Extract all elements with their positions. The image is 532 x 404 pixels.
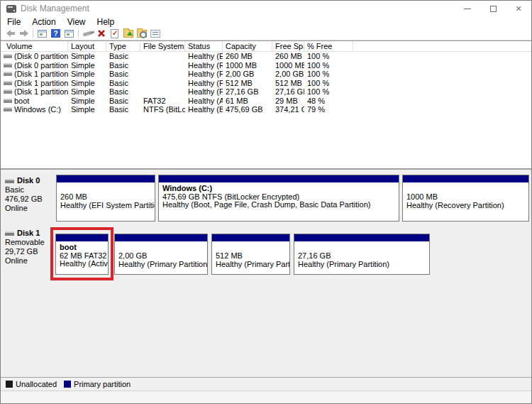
partition-efi-system[interactable]: 260 MB Healthy (EFI System Partition)	[56, 175, 155, 222]
mark-active-icon	[111, 29, 118, 38]
menu-file[interactable]: File	[1, 16, 26, 27]
properties-button[interactable]	[148, 28, 162, 40]
volume-icon	[4, 81, 12, 85]
volume-icon	[4, 54, 12, 58]
disk-graph-pane: Disk 0 Basic 476,92 GB Online 260 MB Hea…	[1, 173, 531, 377]
partition-disk1-3[interactable]: 512 MB Healthy (Primary Partition)	[211, 234, 290, 275]
back-button[interactable]	[4, 28, 17, 40]
explore-icon	[137, 30, 147, 38]
volume-icon	[4, 63, 12, 67]
help-icon: ?	[51, 29, 60, 38]
column-header-file-system[interactable]: File System	[140, 41, 185, 51]
column-header-type[interactable]: Type	[106, 41, 140, 51]
show-console-tree-icon	[38, 30, 47, 38]
column-header-filler	[353, 41, 531, 51]
primary-partition-label: Primary partition	[74, 380, 131, 388]
status-bar	[1, 391, 531, 403]
disk-1-kind: Removable	[5, 238, 55, 247]
legend-bar: Unallocated Primary partition	[1, 377, 531, 391]
table-row[interactable]: (Disk 0 partition 1)SimpleBasicHealthy (…	[1, 52, 531, 61]
disk-icon	[5, 179, 14, 183]
partition-color-bar	[56, 234, 108, 241]
table-row[interactable]: (Disk 1 partition 4)SimpleBasicHealthy (…	[1, 87, 531, 97]
help-button[interactable]: ?	[49, 28, 62, 40]
forward-button[interactable]	[17, 28, 31, 40]
toolbar-separator	[33, 29, 33, 38]
back-icon	[6, 29, 16, 38]
partition-color-bar	[212, 234, 289, 241]
delete-volume-icon	[97, 29, 106, 38]
disk-0-size: 476,92 GB	[5, 195, 55, 204]
disk-management-window: { "window": { "title": "Disk Management"…	[0, 0, 532, 404]
highlight-box: boot 62 MB FAT32 Healthy (Active, Primar…	[50, 227, 113, 280]
column-header-volume[interactable]: Volume	[1, 41, 68, 51]
table-row[interactable]: (Disk 1 partition 2)SimpleBasicHealthy (…	[1, 70, 531, 79]
column-header-layout[interactable]: Layout	[68, 41, 106, 51]
volume-icon	[4, 99, 12, 103]
change-drive-letter-button[interactable]	[121, 28, 135, 40]
disk-1-row: Disk 1 Removable 29,72 GB Online boot 62…	[1, 227, 531, 283]
primary-partition-swatch	[64, 381, 71, 388]
partition-color-bar	[115, 234, 207, 241]
window-title: Disk Management	[21, 4, 89, 13]
table-row[interactable]: (Disk 1 partition 3)SimpleBasicHealthy (…	[1, 79, 531, 88]
partition-boot[interactable]: boot 62 MB FAT32 Healthy (Active, Primar…	[55, 234, 109, 275]
menu-action[interactable]: Action	[26, 16, 61, 27]
column-header-capacity[interactable]: Capacity	[223, 41, 272, 51]
change-drive-letter-icon	[123, 30, 133, 38]
volume-icon	[4, 107, 12, 111]
disk-management-app-icon	[6, 5, 16, 13]
show-action-pane-icon	[65, 30, 74, 38]
column-header-free-space[interactable]: Free Spa...	[272, 41, 304, 51]
unallocated-label: Unallocated	[16, 380, 57, 388]
close-button[interactable]: ×	[506, 1, 531, 16]
menu-view[interactable]: View	[62, 16, 92, 27]
partition-recovery[interactable]: 1000 MB Healthy (Recovery Partition)	[402, 175, 529, 222]
disk-1-state: Online	[5, 256, 55, 266]
forward-icon	[19, 29, 29, 38]
disk-1-size: 29,72 GB	[5, 247, 55, 256]
delete-volume-button[interactable]	[94, 28, 108, 40]
maximize-icon	[490, 6, 497, 12]
minimize-button[interactable]	[455, 1, 480, 16]
toolbar-separator	[78, 29, 79, 38]
disk-0-row: Disk 0 Basic 476,92 GB Online 260 MB Hea…	[1, 175, 531, 223]
show-console-tree-button[interactable]	[35, 28, 49, 40]
volume-list-body: (Disk 0 partition 1)SimpleBasicHealthy (…	[1, 52, 531, 114]
volume-list: Volume Layout Type File System Status Ca…	[1, 40, 531, 169]
mark-active-button[interactable]	[108, 28, 121, 40]
partition-windows-c[interactable]: Windows (C:) 475,69 GB NTFS (BitLocker E…	[158, 175, 399, 222]
close-icon: ×	[516, 4, 521, 13]
table-row[interactable]: (Disk 0 partition 4)SimpleBasicHealthy (…	[1, 61, 531, 70]
column-header-status[interactable]: Status	[185, 41, 223, 51]
minimize-icon	[464, 9, 471, 9]
titlebar: Disk Management ×	[1, 1, 531, 16]
disk-icon	[5, 231, 14, 236]
partition-color-bar	[159, 175, 399, 182]
maximize-button[interactable]	[480, 1, 506, 16]
table-row[interactable]: bootSimpleBasicFAT32Healthy (A...61 MB29…	[1, 97, 531, 106]
partition-color-bar	[403, 175, 528, 182]
explore-button[interactable]	[135, 28, 148, 40]
partition-color-bar	[57, 175, 155, 182]
disk-0-label[interactable]: Disk 0 Basic 476,92 GB Online	[5, 176, 55, 213]
partition-disk1-2[interactable]: 2,00 GB Healthy (Primary Partition)	[114, 234, 208, 275]
unallocated-swatch	[6, 381, 13, 388]
table-row[interactable]: Windows (C:)SimpleBasicNTFS (BitLo...Hea…	[1, 105, 531, 114]
partition-color-bar	[294, 234, 429, 241]
volume-list-header: Volume Layout Type File System Status Ca…	[1, 41, 531, 52]
toolbar: ?	[1, 27, 531, 40]
volume-icon	[4, 72, 12, 76]
disk-0-kind: Basic	[5, 185, 55, 195]
menu-help[interactable]: Help	[92, 16, 121, 27]
disk-1-label[interactable]: Disk 1 Removable 29,72 GB Online	[5, 229, 55, 266]
disk-0-state: Online	[5, 204, 55, 213]
tool-button[interactable]	[81, 28, 94, 40]
window-controls: ×	[455, 1, 531, 16]
show-action-pane-button[interactable]	[62, 28, 76, 40]
tool-icon	[83, 31, 93, 36]
partition-disk1-4[interactable]: 27,16 GB Healthy (Primary Partition)	[294, 234, 430, 275]
menubar: File Action View Help	[1, 16, 531, 27]
properties-icon	[150, 30, 160, 38]
column-header-pct-free[interactable]: % Free	[304, 41, 353, 51]
